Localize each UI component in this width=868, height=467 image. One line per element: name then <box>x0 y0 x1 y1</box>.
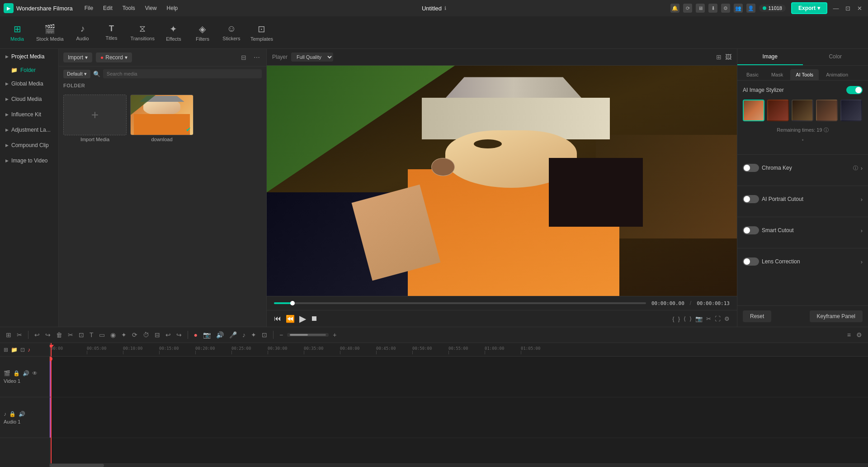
filter-icon-button[interactable]: ⊟ <box>239 53 248 62</box>
smart-cutout-toggle[interactable] <box>743 226 759 234</box>
audio-lock-icon[interactable]: 🔒 <box>9 411 16 417</box>
search-input[interactable] <box>103 69 262 78</box>
sort-button[interactable]: Default ▾ <box>63 70 90 78</box>
sidebar-item-project-media[interactable]: ▶ Project Media <box>0 49 58 64</box>
snapshot-button[interactable]: 📷 <box>695 315 703 322</box>
audio2-icon[interactable]: ♪ <box>28 347 30 353</box>
zoom-track[interactable] <box>290 334 326 336</box>
audio-mute-icon[interactable]: 🔊 <box>19 411 25 417</box>
crop2-button[interactable]: ⊡ <box>77 330 85 340</box>
fullscreen-button[interactable]: ⛶ <box>715 315 721 322</box>
pip-button[interactable]: ⊡ <box>260 330 269 340</box>
settings3-button[interactable]: ⚙ <box>855 330 863 340</box>
play-button[interactable]: ▶ <box>299 313 306 324</box>
sync-icon[interactable]: ⟳ <box>683 4 692 13</box>
record-tl-button[interactable]: ● <box>193 330 199 340</box>
prev-frame-button[interactable]: ⟨ <box>684 315 686 322</box>
minimize-button[interactable]: — <box>831 3 841 13</box>
folder2-icon[interactable]: 📁 <box>11 347 18 353</box>
camera-tl-button[interactable]: 📷 <box>202 330 212 340</box>
import-media-item[interactable]: + Import Media <box>63 95 127 142</box>
text-button[interactable]: T <box>88 330 95 340</box>
toolbar-transitions[interactable]: ⧖ Transitions <box>131 24 155 41</box>
profile-icon[interactable]: 👤 <box>746 4 755 13</box>
toolbar-titles[interactable]: T Titles <box>102 24 122 41</box>
match-button[interactable]: ⊟ <box>153 330 161 340</box>
next-frame-button[interactable]: ⟩ <box>689 315 692 322</box>
undo-button[interactable]: ↩ <box>33 330 41 340</box>
step-back-button[interactable]: ⏪ <box>286 315 295 323</box>
redo2-button[interactable]: ↪ <box>175 330 183 340</box>
maximize-button[interactable]: ⊡ <box>843 3 853 13</box>
import-thumb[interactable]: + <box>63 95 127 135</box>
sidebar-item-compound-clip[interactable]: ▶ Compound Clip <box>0 138 58 153</box>
time-button[interactable]: ⏱ <box>142 330 151 340</box>
menu-tools[interactable]: Tools <box>118 3 140 13</box>
style-thumb-4[interactable] <box>816 100 838 121</box>
toolbar-filters[interactable]: ◈ Filters <box>193 24 212 42</box>
tab-image[interactable]: Image <box>737 49 803 65</box>
menu-edit[interactable]: Edit <box>99 3 117 13</box>
sidebar-item-image-to-video[interactable]: ▶ Image to Video <box>0 153 58 168</box>
style-thumb-3[interactable] <box>792 100 813 121</box>
settings-icon[interactable]: ⚙ <box>721 4 730 13</box>
keyframe-panel-button[interactable]: Keyframe Panel <box>810 310 863 322</box>
list-view-button[interactable]: ≡ <box>846 330 852 340</box>
toolbar-audio[interactable]: ♪ Audio <box>73 24 93 41</box>
rect-button[interactable]: ▭ <box>98 330 106 340</box>
ai-stylizer-toggle[interactable] <box>846 86 863 94</box>
menu-file[interactable]: File <box>80 3 98 13</box>
delete-button[interactable]: 🗑 <box>55 330 64 340</box>
toolbar-templates[interactable]: ⊡ Templates <box>250 24 273 42</box>
sidebar-item-cloud-media[interactable]: ▶ Cloud Media <box>0 91 58 107</box>
undo2-button[interactable]: ↩ <box>164 330 172 340</box>
style-thumb-1[interactable] <box>743 100 764 121</box>
sub-tab-ai-tools[interactable]: AI Tools <box>790 69 819 80</box>
grid-view-button[interactable]: ⊞ <box>716 53 722 61</box>
close-button[interactable]: ✕ <box>854 3 864 13</box>
cut-button[interactable]: ✂ <box>66 330 75 340</box>
lens-correction-toggle[interactable] <box>743 257 759 266</box>
style-thumb-5[interactable] <box>840 100 862 121</box>
sub-tab-basic[interactable]: Basic <box>741 69 764 80</box>
replace-button[interactable]: ⟳ <box>131 330 139 340</box>
effects2-button[interactable]: ✦ <box>250 330 258 340</box>
chroma-arrow[interactable]: › <box>861 165 863 172</box>
style-thumb-2[interactable] <box>767 100 789 121</box>
sub-tab-mask[interactable]: Mask <box>766 69 788 80</box>
tab-color[interactable]: Color <box>803 49 868 65</box>
toolbar-stickers[interactable]: ☺ Stickers <box>222 24 241 41</box>
video-eye-icon[interactable]: 👁 <box>32 370 38 376</box>
skip-back-button[interactable]: ⏮ <box>274 315 281 323</box>
more-options-button[interactable]: ⋯ <box>252 53 262 62</box>
mic-button[interactable]: 🎤 <box>228 330 238 340</box>
settings2-button[interactable]: ⚙ <box>724 315 730 322</box>
music-button[interactable]: ♪ <box>241 330 247 340</box>
quality-select[interactable]: Full Quality Half Quality <box>291 52 333 62</box>
display-icon[interactable]: 🖥 <box>696 4 705 13</box>
record-button[interactable]: ● Record ▾ <box>96 52 132 62</box>
video-lock-icon[interactable]: 🔒 <box>13 370 20 376</box>
sidebar-item-adjustment-la[interactable]: ▶ Adjustment La... <box>0 122 58 138</box>
timeline-tool-select[interactable]: ⊞ <box>5 330 13 340</box>
toolbar-media[interactable]: ⊞ Media <box>7 24 27 42</box>
group-icon[interactable]: ⊡ <box>20 347 25 353</box>
people-icon[interactable]: 👥 <box>734 4 743 13</box>
smart-cutout-arrow[interactable]: › <box>861 227 863 234</box>
voice-button[interactable]: 🔊 <box>215 330 225 340</box>
mark-in-button[interactable]: { <box>672 315 674 322</box>
menu-view[interactable]: View <box>141 3 161 13</box>
ai-portrait-toggle[interactable] <box>743 195 759 203</box>
tl-scroll-thumb[interactable] <box>50 464 104 467</box>
mark-out-button[interactable]: } <box>678 315 680 322</box>
lens-correction-arrow[interactable]: › <box>861 258 863 265</box>
chroma-key-toggle[interactable] <box>743 164 759 172</box>
menu-help[interactable]: Help <box>162 3 183 13</box>
timeline-scrollbar[interactable] <box>50 463 868 467</box>
timeline-tool-razor[interactable]: ✂ <box>15 330 24 340</box>
sidebar-folder[interactable]: 📁 Folder <box>0 64 58 76</box>
sidebar-item-influence-kit[interactable]: ▶ Influence Kit <box>0 107 58 122</box>
ai-portrait-arrow[interactable]: › <box>861 196 863 203</box>
screenshot-button[interactable]: 🖼 <box>725 53 731 61</box>
notification-icon[interactable]: 🔔 <box>670 4 679 13</box>
